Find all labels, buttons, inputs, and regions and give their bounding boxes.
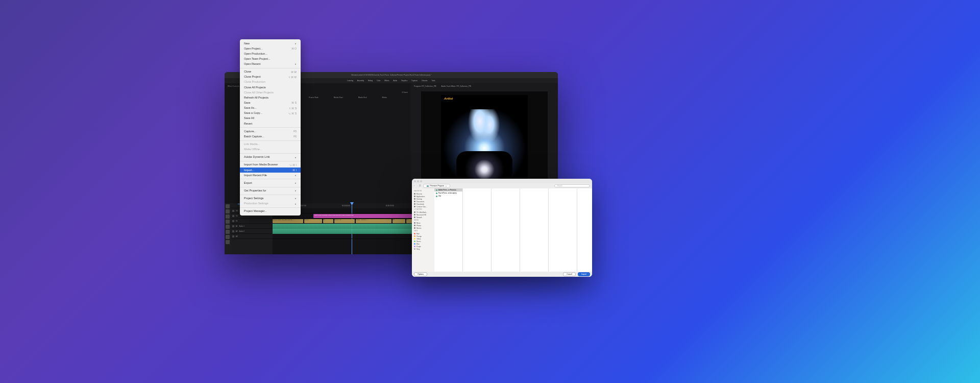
clip-v1-4[interactable]: 039075_Tra	[334, 219, 355, 223]
menu-item-save-all[interactable]: Save All	[240, 116, 301, 121]
min-dot-icon[interactable]	[417, 180, 419, 182]
menu-item-open-project-[interactable]: Open Project...⌘ O	[240, 46, 301, 51]
submenu-arrow-icon: ▸	[295, 189, 297, 193]
lock-icon[interactable]	[232, 215, 234, 217]
sidebar-label: Green	[416, 241, 421, 243]
menu-item-get-properties-for[interactable]: Get Properties for▸	[240, 188, 301, 194]
file-menu: New▸Open Project...⌘ OOpen Production...…	[240, 39, 301, 216]
close-dot-icon[interactable]	[414, 180, 416, 182]
workspace-audio[interactable]: Audio	[394, 80, 398, 82]
ripple-tool-icon[interactable]	[226, 214, 230, 219]
menu-item-label: Open Recent	[244, 62, 260, 66]
workspace-learning[interactable]: Learning	[347, 80, 353, 82]
menu-item-capture-[interactable]: Capture...F5	[240, 129, 301, 134]
razor-tool-icon[interactable]	[226, 220, 230, 224]
track-select-tool-icon[interactable]	[226, 209, 230, 213]
workspace-editing[interactable]: Editing	[368, 80, 373, 82]
menu-shortcut: ⇧ ⌘ W	[288, 76, 297, 79]
lock-icon[interactable]	[232, 235, 234, 237]
selection-tool-icon[interactable]	[226, 204, 230, 208]
menu-item-refresh-all-projects[interactable]: Refresh All Projects	[240, 95, 301, 100]
import-dialog: ‹ › ☰ Premiere Projects ⌄ ⌕ Search Favor…	[412, 179, 592, 277]
menu-item-open-production-[interactable]: Open Production...	[240, 51, 301, 56]
sidebar-label: Downloads	[416, 203, 424, 205]
nav-fwd-icon[interactable]: ›	[416, 185, 417, 187]
folder-icon	[436, 189, 437, 191]
finder-columns: Adobe Prem...ro PreviewsFast & Furio...e…	[434, 188, 592, 272]
menu-item-save-as-[interactable]: Save As...⇧ ⌘ S	[240, 106, 301, 111]
track-v1[interactable]: V1	[236, 220, 238, 222]
path-dropdown[interactable]: Premiere Projects ⌄	[423, 184, 450, 188]
audio-clip-a2[interactable]	[273, 229, 421, 234]
clip-v1-3[interactable]: 004	[323, 219, 333, 223]
workspace-tools[interactable]: Tools	[432, 80, 435, 82]
lock-icon[interactable]	[232, 210, 234, 212]
import-button[interactable]: Import	[578, 272, 590, 276]
slip-tool-icon[interactable]	[226, 225, 230, 229]
column-item[interactable]: Old	[434, 195, 462, 198]
options-button[interactable]: Options	[414, 272, 427, 276]
clip-v1-1[interactable]: 034912_Police_Car_Late_Cop_By_	[273, 219, 303, 223]
hand-tool-icon[interactable]	[226, 235, 230, 239]
clip-v1-5[interactable]: 039026_Motorbike_A	[356, 219, 391, 223]
col-framerate[interactable]: Frame Rate	[309, 97, 318, 99]
menu-item-export[interactable]: Export▸	[240, 180, 301, 185]
tab-effect-controls[interactable]: Effect Controls	[228, 85, 239, 87]
menu-item-import-from-media-browser[interactable]: Import from Media Browser⌥ ⌘ I	[240, 162, 301, 167]
view-columns-icon[interactable]: ☰	[419, 185, 421, 187]
menu-item-open-recent[interactable]: Open Recent▸	[240, 62, 301, 67]
menu-item-save[interactable]: Save⌘ S	[240, 101, 301, 106]
search-input[interactable]: ⌕ Search	[554, 184, 590, 187]
lock-icon[interactable]	[232, 225, 234, 227]
clip-v1-6[interactable]: 039	[393, 219, 405, 223]
sidebar-item[interactable]: Gray	[412, 248, 434, 250]
track-v2[interactable]: V2	[236, 215, 238, 217]
menu-item-import-[interactable]: Import...⌘ I	[240, 167, 301, 173]
menu-item-save-a-copy-[interactable]: Save a Copy...⌥ ⌘ S	[240, 111, 301, 116]
workspace-assembly[interactable]: Assembly	[357, 80, 364, 82]
col-media[interactable]: Media	[382, 97, 387, 99]
tab-program[interactable]: Program: FF_Collection_PB	[414, 85, 436, 87]
type-tool-icon[interactable]	[226, 240, 230, 244]
workspace-graphics[interactable]: Graphics	[401, 80, 407, 82]
workspace-color[interactable]: Color	[377, 80, 380, 82]
col-media-end[interactable]: Media End	[358, 97, 367, 99]
workspace-libraries[interactable]: Libraries	[422, 80, 428, 82]
max-dot-icon[interactable]	[420, 180, 422, 182]
sidebar-label: Documents	[416, 201, 424, 203]
menu-item-new[interactable]: New▸	[240, 41, 301, 46]
workspace-effects[interactable]: Effects	[384, 80, 389, 82]
cancel-button[interactable]: Cancel	[563, 272, 576, 276]
sidebar-label: Yellow	[416, 238, 421, 240]
lock-icon[interactable]	[232, 230, 234, 232]
col-media-start[interactable]: Media Start	[334, 97, 343, 99]
track-a1[interactable]: A1	[236, 225, 238, 227]
menu-shortcut: ⇧ ⌘ S	[289, 107, 297, 110]
lock-icon[interactable]	[232, 220, 234, 222]
clip-v1-2[interactable]: 039015_	[304, 219, 322, 223]
tab-audio-mixer[interactable]: Audio Track Mixer: FF_Collection_PB	[442, 85, 471, 87]
track-a2[interactable]: A2	[236, 230, 238, 232]
menu-item-revert[interactable]: Revert	[240, 121, 301, 126]
menu-item-label: Batch Capture...	[244, 135, 264, 138]
menu-item-close[interactable]: Close⌘ W	[240, 69, 301, 75]
menu-item-project-settings[interactable]: Project Settings▸	[240, 196, 301, 201]
track-v3[interactable]: V3	[236, 210, 238, 212]
sidebar-label: Orange	[416, 235, 422, 237]
workspace-captions[interactable]: Captions	[411, 80, 418, 82]
sidebar-label: Desktop	[416, 198, 422, 200]
track-a3[interactable]: A3	[236, 235, 238, 237]
menu-item-import-recent-file[interactable]: Import Recent File▸	[240, 173, 301, 178]
sidebar-label: Applications	[416, 196, 425, 198]
pen-tool-icon[interactable]	[226, 230, 230, 234]
menu-item-batch-capture-[interactable]: Batch Capture...F6	[240, 134, 301, 139]
audio-clip-a1[interactable]	[273, 224, 421, 229]
menu-item-label: Project Settings	[244, 197, 264, 200]
nav-back-icon[interactable]: ‹	[414, 185, 414, 187]
menu-item-adobe-dynamic-link[interactable]: Adobe Dynamic Link▸	[240, 155, 301, 160]
menu-item-project-manager-[interactable]: Project Manager...	[240, 209, 301, 214]
menu-item-open-team-project-[interactable]: Open Team Project...	[240, 56, 301, 61]
menu-item-close-all-projects[interactable]: Close All Projects	[240, 85, 301, 90]
menu-item-close-project[interactable]: Close Project⇧ ⌘ W	[240, 75, 301, 80]
artlist-watermark: Artlist	[444, 97, 453, 100]
